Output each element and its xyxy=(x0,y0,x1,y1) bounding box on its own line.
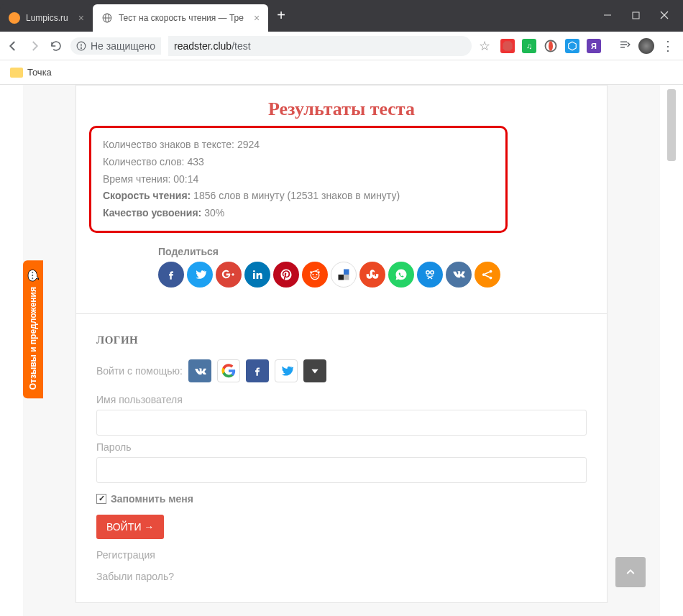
login-card: ЛОГИН Войти с помощью: Имя пользователя … xyxy=(75,314,608,603)
whatsapp-icon[interactable] xyxy=(388,262,414,288)
results-title: Результаты теста xyxy=(96,86,587,126)
security-indicator[interactable]: Не защищено xyxy=(70,37,161,55)
vk-login-icon[interactable] xyxy=(188,359,211,382)
tab-readster[interactable]: Тест на скорость чтения — Тре × xyxy=(93,4,268,32)
stat-words: Количество слов: 433 xyxy=(103,154,494,171)
scroll-thumb[interactable] xyxy=(667,89,676,161)
svg-rect-25 xyxy=(339,269,344,275)
close-icon[interactable]: × xyxy=(78,12,84,24)
stat-quality: Качество усвоения: 30% xyxy=(103,205,494,222)
username-input[interactable] xyxy=(96,410,587,436)
password-input[interactable] xyxy=(96,457,587,483)
more-login-icon[interactable] xyxy=(303,359,326,382)
opera-ext-icon[interactable] xyxy=(544,39,558,53)
results-card: Результаты теста Количество знаков в тек… xyxy=(75,85,608,314)
folder-icon xyxy=(10,68,23,78)
ok-icon[interactable] xyxy=(417,262,443,288)
purple-ext-icon[interactable]: Я xyxy=(587,39,601,53)
url-path: /test xyxy=(232,40,250,52)
page-scrollbar[interactable] xyxy=(667,85,677,616)
feedback-tab[interactable]: Отзывы и предложения 💬 xyxy=(23,260,43,398)
stat-chars: Количество знаков в тексте: 2924 xyxy=(103,137,494,154)
remember-checkbox[interactable]: ✓ xyxy=(96,494,106,504)
security-text: Не защищено xyxy=(91,40,155,52)
google-plus-icon[interactable] xyxy=(216,262,242,288)
stumbleupon-icon[interactable] xyxy=(359,262,385,288)
minimize-icon[interactable] xyxy=(603,9,612,22)
username-label: Имя пользователя xyxy=(96,394,587,405)
maximize-icon[interactable] xyxy=(632,9,640,22)
svg-marker-10 xyxy=(503,41,512,50)
extensions: ♫ Я ⋮ xyxy=(498,38,677,54)
remember-label: Запомнить меня xyxy=(111,493,193,505)
svg-point-12 xyxy=(549,41,553,51)
results-box: Количество знаков в тексте: 2924 Количес… xyxy=(89,126,508,233)
lumpics-favicon xyxy=(9,12,20,24)
social-login-row: Войти с помощью: xyxy=(96,359,587,382)
stat-time: Время чтения: 00:14 xyxy=(103,171,494,188)
svg-rect-27 xyxy=(339,275,344,280)
google-login-icon[interactable] xyxy=(217,359,240,382)
svg-rect-4 xyxy=(633,12,639,19)
share-title: Поделиться xyxy=(158,246,587,257)
url-field[interactable]: readster.club/test xyxy=(168,36,472,56)
vk-icon[interactable] xyxy=(446,262,472,288)
svg-point-19 xyxy=(312,274,313,275)
tab-label: Тест на скорость чтения — Тре xyxy=(119,13,244,23)
bookmark-item[interactable]: Точка xyxy=(27,67,52,78)
box-ext-icon[interactable] xyxy=(565,39,579,53)
adblock-ext-icon[interactable] xyxy=(500,39,515,53)
svg-point-22 xyxy=(310,271,312,273)
facebook-login-icon[interactable] xyxy=(246,359,269,382)
svg-rect-26 xyxy=(344,269,349,275)
login-heading: ЛОГИН xyxy=(96,334,587,346)
svg-rect-16 xyxy=(253,273,255,279)
forward-button[interactable] xyxy=(27,39,42,53)
facebook-icon[interactable] xyxy=(158,262,184,288)
close-icon[interactable]: × xyxy=(254,12,260,24)
scroll-top-button[interactable] xyxy=(615,557,646,587)
new-tab-button[interactable]: + xyxy=(268,0,294,32)
svg-point-20 xyxy=(316,274,317,275)
tab-lumpics[interactable]: Lumpics.ru × xyxy=(0,4,93,32)
svg-point-21 xyxy=(318,271,320,273)
close-window-icon[interactable] xyxy=(660,9,669,22)
share-block: Поделиться xyxy=(158,246,587,288)
delicious-icon[interactable] xyxy=(331,262,357,288)
music-ext-icon[interactable]: ♫ xyxy=(522,39,536,53)
menu-icon[interactable]: ⋮ xyxy=(661,38,674,54)
social-login-label: Войти с помощью: xyxy=(96,365,183,377)
linkedin-icon[interactable] xyxy=(244,262,270,288)
reload-button[interactable] xyxy=(49,39,63,53)
reading-list-icon[interactable] xyxy=(618,38,631,54)
register-link[interactable]: Регистрация xyxy=(96,549,587,561)
more-share-icon[interactable] xyxy=(475,262,500,288)
url-domain: readster.club xyxy=(174,40,232,52)
login-button[interactable]: ВОЙТИ → xyxy=(96,515,164,539)
twitter-icon[interactable] xyxy=(187,262,213,288)
svg-point-17 xyxy=(253,270,255,272)
password-label: Пароль xyxy=(96,441,587,453)
avatar[interactable] xyxy=(638,38,654,54)
svg-line-35 xyxy=(485,275,490,277)
forgot-password-link[interactable]: Забыли пароль? xyxy=(96,571,587,582)
remember-row[interactable]: ✓ Запомнить меня xyxy=(96,493,587,505)
pinterest-icon[interactable] xyxy=(273,262,299,288)
bookmarks-bar: Точка xyxy=(0,60,683,85)
browser-titlebar: Lumpics.ru × Тест на скорость чтения — Т… xyxy=(0,0,683,32)
svg-point-9 xyxy=(81,47,82,48)
star-icon[interactable]: ☆ xyxy=(479,38,490,54)
speech-bubble-icon: 💬 xyxy=(27,270,40,281)
stat-speed: Скорость чтения: 1856 слов в минуту (125… xyxy=(103,188,494,205)
feedback-label: Отзывы и предложения xyxy=(28,287,38,390)
share-row xyxy=(158,262,587,288)
back-button[interactable] xyxy=(6,39,20,53)
svg-point-30 xyxy=(431,271,434,275)
svg-point-29 xyxy=(426,271,430,275)
svg-point-18 xyxy=(311,271,319,280)
svg-line-34 xyxy=(485,272,490,274)
page-content: Результаты теста Количество знаков в тек… xyxy=(23,85,660,616)
twitter-login-icon[interactable] xyxy=(275,359,298,382)
svg-rect-28 xyxy=(344,275,349,280)
reddit-icon[interactable] xyxy=(302,262,328,288)
